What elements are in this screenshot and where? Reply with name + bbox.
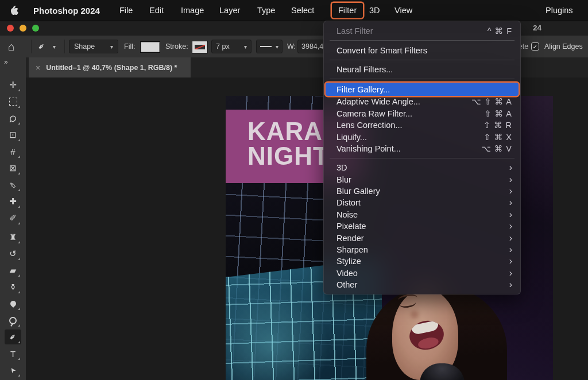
tool-mode-value: Shape bbox=[74, 42, 95, 51]
menu-item-filter-gallery[interactable]: Filter Gallery... bbox=[326, 83, 519, 96]
menubar-item-view[interactable]: View bbox=[394, 0, 412, 21]
chevron-right-icon: › bbox=[509, 269, 512, 278]
lasso-tool[interactable]: Ϙ bbox=[5, 111, 21, 126]
close-window-button[interactable] bbox=[7, 25, 14, 32]
brush-tool[interactable]: ✐ bbox=[5, 211, 21, 226]
menu-item-stylize[interactable]: Stylize › bbox=[324, 255, 520, 267]
check-icon: ✓ bbox=[533, 44, 537, 50]
align-edges-label: Align Edges bbox=[544, 36, 583, 57]
filter-dropdown-menu: Last Filter ^ ⌘ F Convert for Smart Filt… bbox=[323, 21, 521, 294]
stroke-width-value: 7 px bbox=[216, 42, 230, 51]
divider bbox=[64, 40, 65, 53]
stroke-swatch[interactable] bbox=[192, 41, 208, 53]
pen-tool-preset-icon[interactable]: ✒ bbox=[31, 36, 52, 57]
document-tab[interactable]: × Untitled–1 @ 40,7% (Shape 1, RGB/8) * bbox=[29, 57, 191, 77]
object-selection-tool[interactable]: ⊡ bbox=[5, 127, 21, 142]
eraser-tool[interactable]: ▰ bbox=[5, 263, 21, 278]
menu-item-vanishing-point[interactable]: Vanishing Point... ⌥ ⌘ V bbox=[324, 143, 520, 154]
menu-item-last-filter[interactable]: Last Filter ^ ⌘ F bbox=[324, 25, 520, 37]
menu-item-noise[interactable]: Noise › bbox=[324, 209, 520, 220]
crop-tool[interactable]: # bbox=[5, 144, 21, 159]
type-tool[interactable]: T bbox=[5, 346, 21, 361]
chevron-right-icon: › bbox=[509, 175, 512, 184]
menu-item-neural-filters[interactable]: Neural Filters... bbox=[324, 64, 520, 75]
dodge-tool[interactable] bbox=[5, 313, 21, 328]
tool-mode-select[interactable]: Shape ▾ bbox=[69, 40, 118, 53]
chevron-right-icon: › bbox=[509, 187, 512, 196]
chevron-right-icon: › bbox=[509, 280, 512, 289]
chevron-down-icon: ▾ bbox=[110, 44, 113, 50]
clone-stamp-tool[interactable]: ♜ bbox=[5, 230, 21, 245]
home-icon[interactable]: ⌂ bbox=[8, 36, 15, 57]
align-edges-checkbox[interactable]: ✓ bbox=[531, 42, 539, 51]
chevron-down-icon: ▾ bbox=[276, 44, 278, 50]
apple-icon[interactable] bbox=[10, 0, 19, 21]
frame-tool[interactable]: ⊠ bbox=[5, 161, 21, 176]
width-label: W: bbox=[287, 36, 296, 57]
stroke-width-select[interactable]: 7 px ▾ bbox=[211, 40, 252, 53]
menu-item-pixelate[interactable]: Pixelate › bbox=[324, 220, 520, 232]
menu-separator bbox=[330, 40, 514, 41]
menu-item-camera-raw-filter[interactable]: Camera Raw Filter... ⇧ ⌘ A bbox=[324, 108, 520, 119]
menu-item-other[interactable]: Other › bbox=[324, 279, 520, 290]
menubar-item-select[interactable]: Select bbox=[291, 0, 314, 21]
photoshop-window: Photoshop 2024 File Edit Image Layer Typ… bbox=[0, 0, 588, 380]
chevron-down-icon[interactable]: ▾ bbox=[53, 36, 56, 57]
menu-bar: Photoshop 2024 File Edit Image Layer Typ… bbox=[0, 0, 588, 21]
menu-item-video[interactable]: Video › bbox=[324, 267, 520, 279]
menu-item-liquify[interactable]: Liquify... ⇧ ⌘ X bbox=[324, 131, 520, 142]
stroke-label: Stroke: bbox=[165, 36, 188, 57]
menubar-item-type[interactable]: Type bbox=[257, 0, 275, 21]
line-style-icon bbox=[260, 46, 272, 47]
menubar-item-file[interactable]: File bbox=[119, 0, 133, 21]
tool-sidebar: » ✛ Ϙ ⊡ # ⊠ ✑ ✚ ✐ ♜ ↺ ▰ ⚱ ✒ T ➤ bbox=[0, 57, 26, 380]
stroke-none-icon bbox=[195, 45, 205, 49]
document-tab-title: Untitled–1 @ 40,7% (Shape 1, RGB/8) * bbox=[46, 64, 177, 72]
menubar-item-filter[interactable]: Filter bbox=[332, 0, 363, 21]
menubar-item-plugins[interactable]: Plugins bbox=[546, 0, 573, 21]
menubar-item-3d[interactable]: 3D bbox=[369, 0, 380, 21]
titlebar-partial-text: 24 bbox=[533, 24, 541, 32]
healing-brush-tool[interactable]: ✚ bbox=[5, 194, 21, 209]
menu-item-distort[interactable]: Distort › bbox=[324, 197, 520, 208]
chevron-right-icon: › bbox=[509, 163, 512, 172]
menubar-item-layer[interactable]: Layer bbox=[219, 0, 240, 21]
chevron-right-icon: › bbox=[509, 198, 512, 207]
menubar-item-edit[interactable]: Edit bbox=[149, 0, 164, 21]
menu-separator bbox=[330, 79, 514, 79]
fill-label: Fill: bbox=[124, 36, 135, 57]
path-selection-tool[interactable]: ➤ bbox=[5, 363, 21, 378]
eyedropper-tool[interactable]: ✑ bbox=[5, 177, 21, 192]
zoom-window-button[interactable] bbox=[32, 25, 39, 32]
dodge-icon bbox=[9, 317, 17, 324]
chevron-right-icon: › bbox=[509, 210, 512, 219]
menu-item-sharpen[interactable]: Sharpen › bbox=[324, 244, 520, 255]
chevron-right-icon: › bbox=[509, 222, 512, 231]
menu-item-lens-correction[interactable]: Lens Correction... ⇧ ⌘ R bbox=[324, 119, 520, 131]
menu-item-adaptive-wide-angle[interactable]: Adaptive Wide Angle... ⌥ ⇧ ⌘ A bbox=[324, 96, 520, 107]
pen-tool[interactable]: ✒ bbox=[5, 329, 21, 344]
marquee-icon bbox=[9, 98, 17, 106]
app-name[interactable]: Photoshop 2024 bbox=[33, 0, 100, 21]
menu-separator bbox=[330, 60, 514, 60]
menu-item-blur[interactable]: Blur › bbox=[324, 174, 520, 185]
stroke-type-select[interactable]: ▾ bbox=[256, 40, 283, 53]
minimize-window-button[interactable] bbox=[20, 25, 26, 32]
move-tool[interactable]: ✛ bbox=[5, 77, 21, 92]
expand-panels-icon[interactable]: » bbox=[4, 58, 8, 66]
chevron-right-icon: › bbox=[509, 257, 512, 266]
paint-bucket-tool[interactable]: ⚱ bbox=[5, 280, 21, 294]
fill-swatch[interactable] bbox=[140, 41, 160, 53]
marquee-tool[interactable] bbox=[5, 94, 21, 109]
close-tab-icon[interactable]: × bbox=[36, 63, 40, 72]
menu-item-convert-smart-filters[interactable]: Convert for Smart Filters bbox=[324, 44, 520, 56]
water-drop-icon bbox=[9, 300, 17, 308]
menubar-item-image[interactable]: Image bbox=[181, 0, 204, 21]
chevron-right-icon: › bbox=[509, 245, 512, 254]
chevron-right-icon: › bbox=[509, 234, 512, 243]
menu-item-render[interactable]: Render › bbox=[324, 232, 520, 243]
menu-item-3d[interactable]: 3D › bbox=[324, 162, 520, 173]
menu-item-blur-gallery[interactable]: Blur Gallery › bbox=[324, 185, 520, 197]
history-brush-tool[interactable]: ↺ bbox=[5, 246, 21, 261]
blur-tool[interactable] bbox=[5, 296, 21, 311]
